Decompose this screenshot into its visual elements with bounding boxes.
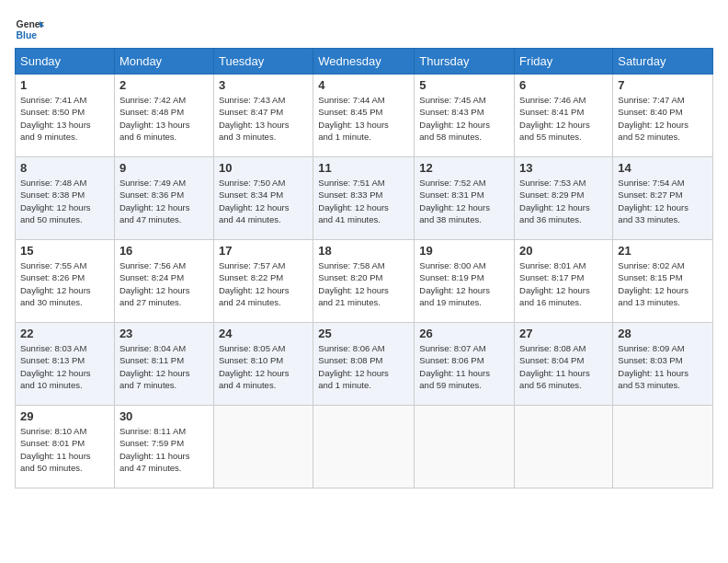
day-cell: 17Sunrise: 7:57 AM Sunset: 8:22 PM Dayli…	[213, 240, 313, 323]
day-number: 8	[20, 161, 109, 175]
day-info: Sunrise: 7:57 AM Sunset: 8:22 PM Dayligh…	[219, 259, 308, 308]
day-info: Sunrise: 7:50 AM Sunset: 8:34 PM Dayligh…	[219, 177, 308, 225]
day-cell	[613, 406, 713, 488]
day-number: 18	[318, 244, 409, 258]
week-row-5: 29Sunrise: 8:10 AM Sunset: 8:01 PM Dayli…	[16, 406, 713, 488]
day-number: 9	[119, 161, 209, 175]
day-cell: 3Sunrise: 7:43 AM Sunset: 8:47 PM Daylig…	[213, 75, 313, 157]
logo: General Blue	[15, 15, 44, 44]
day-number: 26	[419, 327, 509, 340]
day-number: 11	[318, 161, 409, 175]
day-info: Sunrise: 7:49 AM Sunset: 8:36 PM Dayligh…	[119, 177, 209, 225]
day-number: 3	[219, 78, 308, 92]
week-row-2: 8Sunrise: 7:48 AM Sunset: 8:38 PM Daylig…	[16, 157, 713, 240]
day-info: Sunrise: 7:52 AM Sunset: 8:31 PM Dayligh…	[419, 177, 509, 225]
day-cell: 4Sunrise: 7:44 AM Sunset: 8:45 PM Daylig…	[313, 75, 415, 157]
logo-icon: General Blue	[15, 15, 44, 44]
day-info: Sunrise: 8:03 AM Sunset: 8:13 PM Dayligh…	[20, 342, 109, 391]
day-number: 12	[419, 161, 509, 175]
day-number: 4	[318, 78, 409, 92]
day-info: Sunrise: 8:01 AM Sunset: 8:17 PM Dayligh…	[519, 259, 608, 308]
week-row-1: 1Sunrise: 7:41 AM Sunset: 8:50 PM Daylig…	[16, 75, 713, 157]
day-cell: 14Sunrise: 7:54 AM Sunset: 8:27 PM Dayli…	[613, 157, 713, 240]
day-cell	[515, 406, 613, 488]
weekday-header-friday: Friday	[515, 49, 613, 75]
day-number: 20	[519, 244, 608, 258]
day-cell: 1Sunrise: 7:41 AM Sunset: 8:50 PM Daylig…	[16, 75, 115, 157]
day-cell: 21Sunrise: 8:02 AM Sunset: 8:15 PM Dayli…	[613, 240, 713, 323]
day-cell: 10Sunrise: 7:50 AM Sunset: 8:34 PM Dayli…	[213, 157, 313, 240]
day-cell: 29Sunrise: 8:10 AM Sunset: 8:01 PM Dayli…	[16, 406, 115, 488]
day-number: 6	[519, 78, 608, 92]
day-info: Sunrise: 7:54 AM Sunset: 8:27 PM Dayligh…	[618, 177, 708, 225]
day-info: Sunrise: 8:08 AM Sunset: 8:04 PM Dayligh…	[519, 342, 608, 391]
day-info: Sunrise: 7:48 AM Sunset: 8:38 PM Dayligh…	[20, 177, 109, 225]
calendar-table: SundayMondayTuesdayWednesdayThursdayFrid…	[15, 48, 713, 488]
day-info: Sunrise: 7:42 AM Sunset: 8:48 PM Dayligh…	[119, 94, 209, 143]
day-info: Sunrise: 7:43 AM Sunset: 8:47 PM Dayligh…	[219, 94, 308, 143]
day-cell: 23Sunrise: 8:04 AM Sunset: 8:11 PM Dayli…	[114, 323, 213, 406]
day-number: 5	[419, 78, 509, 92]
day-cell: 5Sunrise: 7:45 AM Sunset: 8:43 PM Daylig…	[415, 75, 515, 157]
day-cell: 20Sunrise: 8:01 AM Sunset: 8:17 PM Dayli…	[515, 240, 613, 323]
day-info: Sunrise: 8:09 AM Sunset: 8:03 PM Dayligh…	[618, 342, 708, 391]
day-number: 28	[618, 327, 708, 340]
day-info: Sunrise: 8:00 AM Sunset: 8:19 PM Dayligh…	[419, 259, 509, 308]
day-number: 13	[519, 161, 608, 175]
day-number: 27	[519, 327, 608, 340]
day-cell: 25Sunrise: 8:06 AM Sunset: 8:08 PM Dayli…	[313, 323, 415, 406]
day-number: 30	[119, 409, 209, 423]
day-info: Sunrise: 7:46 AM Sunset: 8:41 PM Dayligh…	[519, 94, 608, 143]
day-number: 19	[419, 244, 509, 258]
day-number: 15	[20, 244, 109, 258]
day-cell: 15Sunrise: 7:55 AM Sunset: 8:26 PM Dayli…	[16, 240, 115, 323]
day-info: Sunrise: 7:44 AM Sunset: 8:45 PM Dayligh…	[318, 94, 409, 143]
day-info: Sunrise: 8:02 AM Sunset: 8:15 PM Dayligh…	[618, 259, 708, 308]
day-info: Sunrise: 8:06 AM Sunset: 8:08 PM Dayligh…	[318, 342, 409, 391]
day-number: 14	[618, 161, 708, 175]
day-cell: 8Sunrise: 7:48 AM Sunset: 8:38 PM Daylig…	[16, 157, 115, 240]
day-number: 21	[618, 244, 708, 258]
day-info: Sunrise: 8:05 AM Sunset: 8:10 PM Dayligh…	[219, 342, 308, 391]
day-info: Sunrise: 7:45 AM Sunset: 8:43 PM Dayligh…	[419, 94, 509, 143]
day-info: Sunrise: 7:47 AM Sunset: 8:40 PM Dayligh…	[618, 94, 708, 143]
day-cell: 7Sunrise: 7:47 AM Sunset: 8:40 PM Daylig…	[613, 75, 713, 157]
day-number: 2	[119, 78, 209, 92]
week-row-4: 22Sunrise: 8:03 AM Sunset: 8:13 PM Dayli…	[16, 323, 713, 406]
day-cell	[415, 406, 515, 488]
weekday-header-thursday: Thursday	[415, 49, 515, 75]
day-info: Sunrise: 7:41 AM Sunset: 8:50 PM Dayligh…	[20, 94, 109, 143]
day-number: 1	[20, 78, 109, 92]
day-info: Sunrise: 7:56 AM Sunset: 8:24 PM Dayligh…	[119, 259, 209, 308]
day-cell: 13Sunrise: 7:53 AM Sunset: 8:29 PM Dayli…	[515, 157, 613, 240]
day-info: Sunrise: 7:53 AM Sunset: 8:29 PM Dayligh…	[519, 177, 608, 225]
day-number: 7	[618, 78, 708, 92]
day-info: Sunrise: 8:11 AM Sunset: 7:59 PM Dayligh…	[119, 425, 209, 474]
day-info: Sunrise: 7:55 AM Sunset: 8:26 PM Dayligh…	[20, 259, 109, 308]
weekday-header-saturday: Saturday	[613, 49, 713, 75]
day-number: 10	[219, 161, 308, 175]
day-cell: 24Sunrise: 8:05 AM Sunset: 8:10 PM Dayli…	[213, 323, 313, 406]
weekday-header-wednesday: Wednesday	[313, 49, 415, 75]
day-cell: 28Sunrise: 8:09 AM Sunset: 8:03 PM Dayli…	[613, 323, 713, 406]
day-number: 24	[219, 327, 308, 340]
week-row-3: 15Sunrise: 7:55 AM Sunset: 8:26 PM Dayli…	[16, 240, 713, 323]
day-cell: 18Sunrise: 7:58 AM Sunset: 8:20 PM Dayli…	[313, 240, 415, 323]
day-cell: 16Sunrise: 7:56 AM Sunset: 8:24 PM Dayli…	[114, 240, 213, 323]
day-cell: 9Sunrise: 7:49 AM Sunset: 8:36 PM Daylig…	[114, 157, 213, 240]
header: General Blue	[15, 15, 713, 44]
day-info: Sunrise: 7:51 AM Sunset: 8:33 PM Dayligh…	[318, 177, 409, 225]
day-number: 22	[20, 327, 109, 340]
day-cell: 11Sunrise: 7:51 AM Sunset: 8:33 PM Dayli…	[313, 157, 415, 240]
weekday-header-sunday: Sunday	[16, 49, 115, 75]
day-cell	[313, 406, 415, 488]
day-cell: 6Sunrise: 7:46 AM Sunset: 8:41 PM Daylig…	[515, 75, 613, 157]
day-cell: 27Sunrise: 8:08 AM Sunset: 8:04 PM Dayli…	[515, 323, 613, 406]
day-number: 17	[219, 244, 308, 258]
day-info: Sunrise: 7:58 AM Sunset: 8:20 PM Dayligh…	[318, 259, 409, 308]
day-info: Sunrise: 8:10 AM Sunset: 8:01 PM Dayligh…	[20, 425, 109, 474]
day-cell	[213, 406, 313, 488]
day-cell: 30Sunrise: 8:11 AM Sunset: 7:59 PM Dayli…	[114, 406, 213, 488]
day-cell: 19Sunrise: 8:00 AM Sunset: 8:19 PM Dayli…	[415, 240, 515, 323]
svg-text:Blue: Blue	[17, 30, 38, 40]
